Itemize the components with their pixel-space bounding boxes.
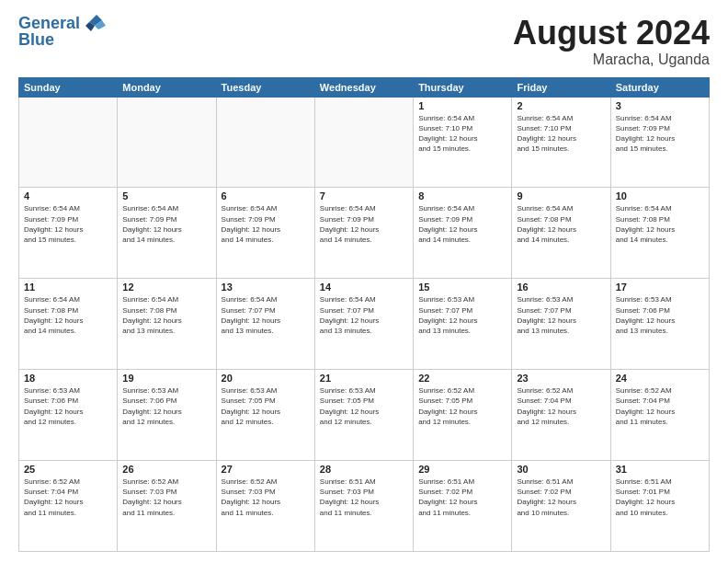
calendar-day-cell: 4Sunrise: 6:54 AM Sunset: 7:09 PM Daylig… xyxy=(19,188,118,279)
day-number: 30 xyxy=(517,464,605,475)
header: General Blue August 2024 Maracha, Uganda xyxy=(18,15,710,68)
calendar-week-row: 11Sunrise: 6:54 AM Sunset: 7:08 PM Dayli… xyxy=(19,279,710,370)
day-number: 12 xyxy=(122,282,210,293)
day-info: Sunrise: 6:53 AM Sunset: 7:06 PM Dayligh… xyxy=(122,385,210,427)
logo-text2: Blue xyxy=(18,31,54,50)
day-info: Sunrise: 6:53 AM Sunset: 7:07 PM Dayligh… xyxy=(517,294,605,336)
calendar-day-cell: 10Sunrise: 6:54 AM Sunset: 7:08 PM Dayli… xyxy=(610,188,709,279)
day-number: 15 xyxy=(418,282,506,293)
calendar-day-cell: 29Sunrise: 6:51 AM Sunset: 7:02 PM Dayli… xyxy=(414,461,512,552)
calendar-day-cell: 11Sunrise: 6:54 AM Sunset: 7:08 PM Dayli… xyxy=(19,279,118,370)
calendar-day-cell: 19Sunrise: 6:53 AM Sunset: 7:06 PM Dayli… xyxy=(118,370,216,461)
day-number: 9 xyxy=(517,190,605,201)
calendar-day-cell: 31Sunrise: 6:51 AM Sunset: 7:01 PM Dayli… xyxy=(610,461,709,552)
calendar-day-cell: 26Sunrise: 6:52 AM Sunset: 7:03 PM Dayli… xyxy=(118,461,216,552)
weekday-header-saturday: Saturday xyxy=(610,77,709,97)
day-info: Sunrise: 6:53 AM Sunset: 7:05 PM Dayligh… xyxy=(222,385,310,427)
weekday-header-wednesday: Wednesday xyxy=(314,77,413,97)
day-info: Sunrise: 6:52 AM Sunset: 7:03 PM Dayligh… xyxy=(122,477,210,518)
day-info: Sunrise: 6:54 AM Sunset: 7:09 PM Dayligh… xyxy=(418,203,506,245)
calendar-day-cell: 8Sunrise: 6:54 AM Sunset: 7:09 PM Daylig… xyxy=(414,188,512,279)
day-number: 10 xyxy=(616,190,704,201)
day-info: Sunrise: 6:54 AM Sunset: 7:08 PM Dayligh… xyxy=(517,203,605,245)
logo-bird-icon xyxy=(82,13,106,33)
day-number: 24 xyxy=(616,373,704,384)
weekday-header-sunday: Sunday xyxy=(19,77,118,97)
calendar-week-row: 4Sunrise: 6:54 AM Sunset: 7:09 PM Daylig… xyxy=(19,188,710,279)
calendar-day-cell: 5Sunrise: 6:54 AM Sunset: 7:09 PM Daylig… xyxy=(118,188,216,279)
calendar-day-cell: 21Sunrise: 6:53 AM Sunset: 7:05 PM Dayli… xyxy=(314,370,413,461)
calendar-day-cell xyxy=(314,97,413,188)
day-info: Sunrise: 6:52 AM Sunset: 7:04 PM Dayligh… xyxy=(24,477,112,518)
day-info: Sunrise: 6:51 AM Sunset: 7:02 PM Dayligh… xyxy=(418,477,506,518)
calendar-week-row: 25Sunrise: 6:52 AM Sunset: 7:04 PM Dayli… xyxy=(19,461,710,552)
day-number: 3 xyxy=(616,100,704,111)
calendar-day-cell xyxy=(19,97,118,188)
day-info: Sunrise: 6:54 AM Sunset: 7:10 PM Dayligh… xyxy=(517,113,605,155)
calendar-subtitle: Maracha, Uganda xyxy=(513,52,710,68)
day-number: 5 xyxy=(122,190,210,201)
day-number: 16 xyxy=(517,282,605,293)
day-number: 22 xyxy=(418,373,506,384)
calendar-day-cell: 25Sunrise: 6:52 AM Sunset: 7:04 PM Dayli… xyxy=(19,461,118,552)
day-number: 7 xyxy=(320,190,408,201)
day-info: Sunrise: 6:54 AM Sunset: 7:07 PM Dayligh… xyxy=(320,294,408,336)
day-number: 31 xyxy=(616,464,704,475)
calendar-day-cell: 3Sunrise: 6:54 AM Sunset: 7:09 PM Daylig… xyxy=(610,97,709,188)
day-number: 25 xyxy=(24,464,112,475)
day-number: 13 xyxy=(222,282,310,293)
weekday-header-monday: Monday xyxy=(118,77,216,97)
calendar-day-cell: 20Sunrise: 6:53 AM Sunset: 7:05 PM Dayli… xyxy=(216,370,314,461)
day-info: Sunrise: 6:52 AM Sunset: 7:05 PM Dayligh… xyxy=(418,385,506,427)
calendar-day-cell xyxy=(118,97,216,188)
day-number: 23 xyxy=(517,373,605,384)
day-info: Sunrise: 6:54 AM Sunset: 7:10 PM Dayligh… xyxy=(418,113,506,155)
calendar-day-cell: 9Sunrise: 6:54 AM Sunset: 7:08 PM Daylig… xyxy=(512,188,610,279)
day-number: 6 xyxy=(222,190,310,201)
calendar-day-cell: 15Sunrise: 6:53 AM Sunset: 7:07 PM Dayli… xyxy=(414,279,512,370)
day-number: 27 xyxy=(222,464,310,475)
day-info: Sunrise: 6:51 AM Sunset: 7:02 PM Dayligh… xyxy=(517,477,605,518)
day-info: Sunrise: 6:54 AM Sunset: 7:09 PM Dayligh… xyxy=(616,113,704,155)
day-info: Sunrise: 6:51 AM Sunset: 7:03 PM Dayligh… xyxy=(320,477,408,518)
day-number: 29 xyxy=(418,464,506,475)
day-number: 26 xyxy=(122,464,210,475)
calendar-day-cell: 18Sunrise: 6:53 AM Sunset: 7:06 PM Dayli… xyxy=(19,370,118,461)
day-info: Sunrise: 6:52 AM Sunset: 7:03 PM Dayligh… xyxy=(222,477,310,518)
weekday-header-thursday: Thursday xyxy=(414,77,512,97)
day-number: 11 xyxy=(24,282,112,293)
day-number: 2 xyxy=(517,100,605,111)
day-number: 20 xyxy=(222,373,310,384)
calendar-day-cell: 12Sunrise: 6:54 AM Sunset: 7:08 PM Dayli… xyxy=(118,279,216,370)
calendar-day-cell: 6Sunrise: 6:54 AM Sunset: 7:09 PM Daylig… xyxy=(216,188,314,279)
day-info: Sunrise: 6:54 AM Sunset: 7:09 PM Dayligh… xyxy=(320,203,408,245)
day-info: Sunrise: 6:54 AM Sunset: 7:08 PM Dayligh… xyxy=(122,294,210,336)
calendar-day-cell: 2Sunrise: 6:54 AM Sunset: 7:10 PM Daylig… xyxy=(512,97,610,188)
title-block: August 2024 Maracha, Uganda xyxy=(513,15,710,68)
calendar-day-cell: 16Sunrise: 6:53 AM Sunset: 7:07 PM Dayli… xyxy=(512,279,610,370)
day-number: 18 xyxy=(24,373,112,384)
calendar-day-cell: 28Sunrise: 6:51 AM Sunset: 7:03 PM Dayli… xyxy=(314,461,413,552)
weekday-header-row: SundayMondayTuesdayWednesdayThursdayFrid… xyxy=(19,77,710,97)
day-number: 4 xyxy=(24,190,112,201)
day-number: 8 xyxy=(418,190,506,201)
day-info: Sunrise: 6:54 AM Sunset: 7:09 PM Dayligh… xyxy=(24,203,112,245)
calendar-day-cell: 24Sunrise: 6:52 AM Sunset: 7:04 PM Dayli… xyxy=(610,370,709,461)
calendar-day-cell xyxy=(216,97,314,188)
calendar-day-cell: 13Sunrise: 6:54 AM Sunset: 7:07 PM Dayli… xyxy=(216,279,314,370)
day-info: Sunrise: 6:52 AM Sunset: 7:04 PM Dayligh… xyxy=(616,385,704,427)
day-info: Sunrise: 6:53 AM Sunset: 7:06 PM Dayligh… xyxy=(24,385,112,427)
day-info: Sunrise: 6:53 AM Sunset: 7:07 PM Dayligh… xyxy=(418,294,506,336)
day-info: Sunrise: 6:54 AM Sunset: 7:09 PM Dayligh… xyxy=(222,203,310,245)
calendar-day-cell: 17Sunrise: 6:53 AM Sunset: 7:06 PM Dayli… xyxy=(610,279,709,370)
calendar-week-row: 1Sunrise: 6:54 AM Sunset: 7:10 PM Daylig… xyxy=(19,97,710,188)
day-info: Sunrise: 6:53 AM Sunset: 7:06 PM Dayligh… xyxy=(616,294,704,336)
day-info: Sunrise: 6:52 AM Sunset: 7:04 PM Dayligh… xyxy=(517,385,605,427)
weekday-header-friday: Friday xyxy=(512,77,610,97)
calendar-day-cell: 1Sunrise: 6:54 AM Sunset: 7:10 PM Daylig… xyxy=(414,97,512,188)
day-number: 17 xyxy=(616,282,704,293)
weekday-header-tuesday: Tuesday xyxy=(216,77,314,97)
calendar-day-cell: 7Sunrise: 6:54 AM Sunset: 7:09 PM Daylig… xyxy=(314,188,413,279)
calendar-title: August 2024 xyxy=(513,15,710,52)
day-number: 1 xyxy=(418,100,506,111)
